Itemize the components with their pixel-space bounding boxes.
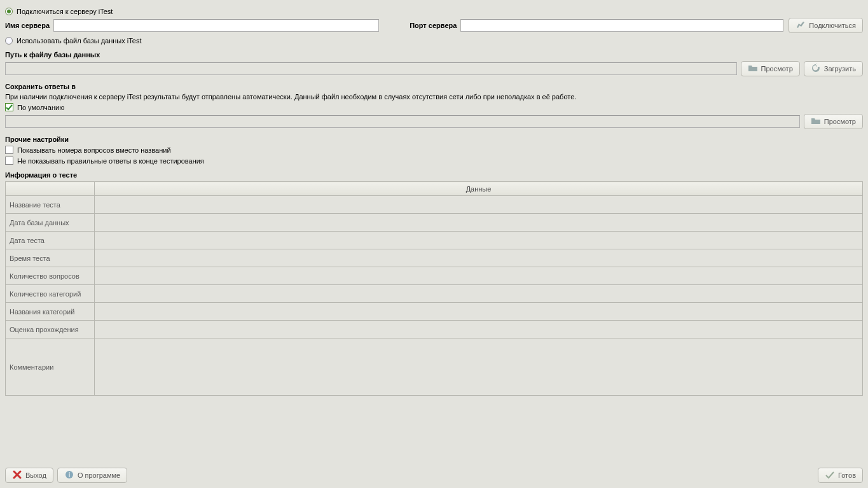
show-numbers-checkbox[interactable] (5, 146, 13, 154)
testinfo-heading: Информация о тесте (5, 171, 863, 179)
save-hint: При наличии подключения к серверу iTest … (5, 93, 863, 101)
connect-button[interactable]: Подключиться (789, 18, 863, 33)
save-heading: Сохранить ответы в (5, 83, 863, 90)
default-checkbox[interactable] (5, 103, 13, 111)
table-row: Количество вопросов (6, 267, 863, 285)
radio-connect-server-label: Подключиться к серверу iTest (17, 8, 113, 15)
table-row: Дата базы данных (6, 214, 863, 232)
save-path-input (5, 115, 800, 128)
save-browse-button[interactable]: Просмотр (804, 114, 863, 129)
options-heading: Прочие настройки (5, 136, 863, 143)
dbpath-heading: Путь к файлу базы данных (5, 51, 863, 59)
table-row: Комментарии (6, 338, 863, 396)
table-row: Оценка прохождения (6, 321, 863, 338)
hide-answers-checkbox[interactable] (5, 157, 13, 165)
table-row: Дата теста (6, 232, 863, 249)
reload-icon (811, 63, 821, 74)
table-row: Название теста (6, 196, 863, 214)
server-name-label: Имя сервера (5, 22, 50, 29)
show-numbers-label: Показывать номера вопросов вместо назван… (17, 146, 171, 154)
default-checkbox-label: По умолчанию (17, 104, 64, 111)
hide-answers-label: Не показывать правильные ответы в конце … (17, 157, 204, 165)
radio-connect-server[interactable] (5, 8, 13, 15)
folder-icon (748, 63, 758, 74)
table-row: Время теста (6, 249, 863, 267)
server-name-input[interactable] (53, 19, 379, 32)
dbpath-input (5, 62, 737, 75)
radio-use-file-label: Использовать файл базы данных iTest (17, 37, 141, 45)
dbpath-load-button[interactable]: Загрузить (804, 61, 863, 76)
testinfo-col-data: Данные (95, 182, 863, 196)
dbpath-browse-button[interactable]: Просмотр (741, 61, 800, 76)
testinfo-table: Данные Название теста Дата базы данных Д… (5, 181, 863, 396)
server-port-input[interactable] (460, 19, 783, 32)
radio-use-file[interactable] (5, 37, 13, 45)
table-row: Названия категорий (6, 303, 863, 321)
server-port-label: Порт сервера (410, 22, 457, 29)
table-row: Количество категорий (6, 285, 863, 303)
testinfo-col-key (6, 182, 95, 196)
connect-icon (796, 20, 806, 31)
folder-icon (811, 116, 821, 127)
